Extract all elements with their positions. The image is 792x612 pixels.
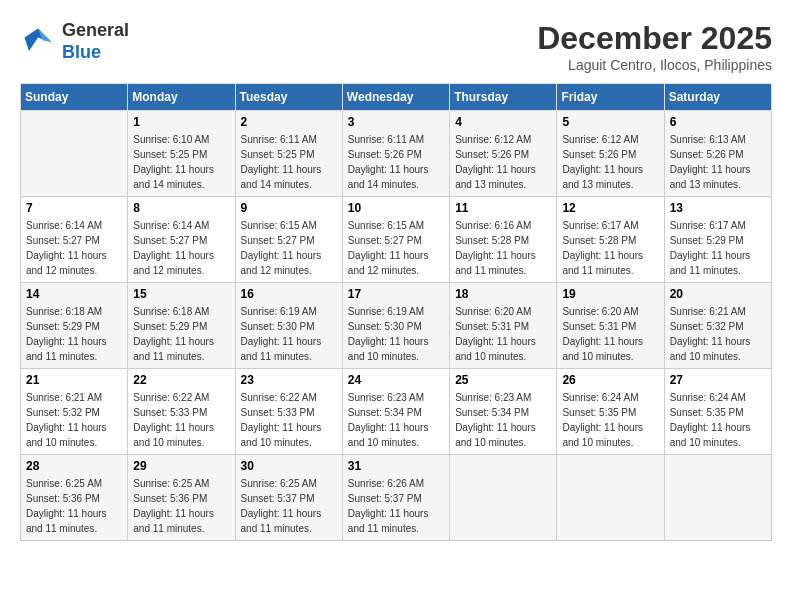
calendar-cell: 7Sunrise: 6:14 AM Sunset: 5:27 PM Daylig… — [21, 197, 128, 283]
calendar-cell: 1Sunrise: 6:10 AM Sunset: 5:25 PM Daylig… — [128, 111, 235, 197]
title-block: December 2025 Laguit Centro, Ilocos, Phi… — [537, 20, 772, 73]
calendar-cell: 21Sunrise: 6:21 AM Sunset: 5:32 PM Dayli… — [21, 369, 128, 455]
day-number: 11 — [455, 201, 551, 215]
day-of-week-header: Tuesday — [235, 84, 342, 111]
day-info: Sunrise: 6:23 AM Sunset: 5:34 PM Dayligh… — [455, 390, 551, 450]
calendar-cell — [557, 455, 664, 541]
day-info: Sunrise: 6:26 AM Sunset: 5:37 PM Dayligh… — [348, 476, 444, 536]
day-info: Sunrise: 6:19 AM Sunset: 5:30 PM Dayligh… — [348, 304, 444, 364]
day-number: 26 — [562, 373, 658, 387]
day-info: Sunrise: 6:19 AM Sunset: 5:30 PM Dayligh… — [241, 304, 337, 364]
day-info: Sunrise: 6:11 AM Sunset: 5:25 PM Dayligh… — [241, 132, 337, 192]
day-number: 24 — [348, 373, 444, 387]
calendar-cell: 4Sunrise: 6:12 AM Sunset: 5:26 PM Daylig… — [450, 111, 557, 197]
calendar-cell: 23Sunrise: 6:22 AM Sunset: 5:33 PM Dayli… — [235, 369, 342, 455]
day-info: Sunrise: 6:14 AM Sunset: 5:27 PM Dayligh… — [26, 218, 122, 278]
day-info: Sunrise: 6:25 AM Sunset: 5:36 PM Dayligh… — [133, 476, 229, 536]
day-number: 17 — [348, 287, 444, 301]
calendar-cell: 8Sunrise: 6:14 AM Sunset: 5:27 PM Daylig… — [128, 197, 235, 283]
calendar-cell: 5Sunrise: 6:12 AM Sunset: 5:26 PM Daylig… — [557, 111, 664, 197]
day-number: 8 — [133, 201, 229, 215]
page-header: General Blue December 2025 Laguit Centro… — [20, 20, 772, 73]
day-info: Sunrise: 6:21 AM Sunset: 5:32 PM Dayligh… — [26, 390, 122, 450]
calendar-cell: 10Sunrise: 6:15 AM Sunset: 5:27 PM Dayli… — [342, 197, 449, 283]
day-number: 31 — [348, 459, 444, 473]
calendar-cell: 3Sunrise: 6:11 AM Sunset: 5:26 PM Daylig… — [342, 111, 449, 197]
day-info: Sunrise: 6:11 AM Sunset: 5:26 PM Dayligh… — [348, 132, 444, 192]
day-number: 3 — [348, 115, 444, 129]
calendar-cell: 22Sunrise: 6:22 AM Sunset: 5:33 PM Dayli… — [128, 369, 235, 455]
month-year-title: December 2025 — [537, 20, 772, 57]
calendar-week-row: 28Sunrise: 6:25 AM Sunset: 5:36 PM Dayli… — [21, 455, 772, 541]
calendar-cell: 26Sunrise: 6:24 AM Sunset: 5:35 PM Dayli… — [557, 369, 664, 455]
day-of-week-header: Sunday — [21, 84, 128, 111]
calendar-cell: 17Sunrise: 6:19 AM Sunset: 5:30 PM Dayli… — [342, 283, 449, 369]
day-info: Sunrise: 6:16 AM Sunset: 5:28 PM Dayligh… — [455, 218, 551, 278]
day-info: Sunrise: 6:13 AM Sunset: 5:26 PM Dayligh… — [670, 132, 766, 192]
calendar-cell: 14Sunrise: 6:18 AM Sunset: 5:29 PM Dayli… — [21, 283, 128, 369]
calendar-cell: 2Sunrise: 6:11 AM Sunset: 5:25 PM Daylig… — [235, 111, 342, 197]
calendar-cell: 27Sunrise: 6:24 AM Sunset: 5:35 PM Dayli… — [664, 369, 771, 455]
calendar-cell: 6Sunrise: 6:13 AM Sunset: 5:26 PM Daylig… — [664, 111, 771, 197]
day-info: Sunrise: 6:10 AM Sunset: 5:25 PM Dayligh… — [133, 132, 229, 192]
calendar-week-row: 14Sunrise: 6:18 AM Sunset: 5:29 PM Dayli… — [21, 283, 772, 369]
calendar-cell: 29Sunrise: 6:25 AM Sunset: 5:36 PM Dayli… — [128, 455, 235, 541]
calendar-cell: 19Sunrise: 6:20 AM Sunset: 5:31 PM Dayli… — [557, 283, 664, 369]
logo-general-text: General — [62, 20, 129, 40]
calendar-week-row: 21Sunrise: 6:21 AM Sunset: 5:32 PM Dayli… — [21, 369, 772, 455]
day-of-week-header: Wednesday — [342, 84, 449, 111]
calendar-cell: 31Sunrise: 6:26 AM Sunset: 5:37 PM Dayli… — [342, 455, 449, 541]
day-number: 14 — [26, 287, 122, 301]
day-info: Sunrise: 6:15 AM Sunset: 5:27 PM Dayligh… — [241, 218, 337, 278]
day-info: Sunrise: 6:17 AM Sunset: 5:28 PM Dayligh… — [562, 218, 658, 278]
day-number: 19 — [562, 287, 658, 301]
day-number: 2 — [241, 115, 337, 129]
day-info: Sunrise: 6:21 AM Sunset: 5:32 PM Dayligh… — [670, 304, 766, 364]
calendar-cell: 9Sunrise: 6:15 AM Sunset: 5:27 PM Daylig… — [235, 197, 342, 283]
day-info: Sunrise: 6:12 AM Sunset: 5:26 PM Dayligh… — [562, 132, 658, 192]
calendar-cell: 28Sunrise: 6:25 AM Sunset: 5:36 PM Dayli… — [21, 455, 128, 541]
calendar-cell — [664, 455, 771, 541]
calendar-week-row: 1Sunrise: 6:10 AM Sunset: 5:25 PM Daylig… — [21, 111, 772, 197]
day-info: Sunrise: 6:18 AM Sunset: 5:29 PM Dayligh… — [26, 304, 122, 364]
day-info: Sunrise: 6:23 AM Sunset: 5:34 PM Dayligh… — [348, 390, 444, 450]
day-info: Sunrise: 6:20 AM Sunset: 5:31 PM Dayligh… — [455, 304, 551, 364]
day-info: Sunrise: 6:17 AM Sunset: 5:29 PM Dayligh… — [670, 218, 766, 278]
day-number: 18 — [455, 287, 551, 301]
calendar-cell — [450, 455, 557, 541]
calendar-cell: 12Sunrise: 6:17 AM Sunset: 5:28 PM Dayli… — [557, 197, 664, 283]
calendar-cell: 15Sunrise: 6:18 AM Sunset: 5:29 PM Dayli… — [128, 283, 235, 369]
day-number: 1 — [133, 115, 229, 129]
logo-blue-text: Blue — [62, 42, 101, 62]
day-number: 21 — [26, 373, 122, 387]
day-number: 28 — [26, 459, 122, 473]
calendar-cell: 25Sunrise: 6:23 AM Sunset: 5:34 PM Dayli… — [450, 369, 557, 455]
day-number: 13 — [670, 201, 766, 215]
calendar-cell — [21, 111, 128, 197]
day-number: 6 — [670, 115, 766, 129]
day-number: 5 — [562, 115, 658, 129]
day-of-week-header: Friday — [557, 84, 664, 111]
day-of-week-header: Thursday — [450, 84, 557, 111]
day-number: 10 — [348, 201, 444, 215]
day-number: 29 — [133, 459, 229, 473]
calendar-cell: 30Sunrise: 6:25 AM Sunset: 5:37 PM Dayli… — [235, 455, 342, 541]
day-info: Sunrise: 6:15 AM Sunset: 5:27 PM Dayligh… — [348, 218, 444, 278]
day-number: 16 — [241, 287, 337, 301]
day-of-week-header: Saturday — [664, 84, 771, 111]
calendar-week-row: 7Sunrise: 6:14 AM Sunset: 5:27 PM Daylig… — [21, 197, 772, 283]
calendar-header-row: SundayMondayTuesdayWednesdayThursdayFrid… — [21, 84, 772, 111]
calendar-table: SundayMondayTuesdayWednesdayThursdayFrid… — [20, 83, 772, 541]
day-number: 20 — [670, 287, 766, 301]
day-number: 7 — [26, 201, 122, 215]
day-info: Sunrise: 6:24 AM Sunset: 5:35 PM Dayligh… — [562, 390, 658, 450]
day-info: Sunrise: 6:24 AM Sunset: 5:35 PM Dayligh… — [670, 390, 766, 450]
calendar-cell: 18Sunrise: 6:20 AM Sunset: 5:31 PM Dayli… — [450, 283, 557, 369]
calendar-cell: 11Sunrise: 6:16 AM Sunset: 5:28 PM Dayli… — [450, 197, 557, 283]
day-info: Sunrise: 6:25 AM Sunset: 5:36 PM Dayligh… — [26, 476, 122, 536]
day-info: Sunrise: 6:25 AM Sunset: 5:37 PM Dayligh… — [241, 476, 337, 536]
day-number: 30 — [241, 459, 337, 473]
day-number: 4 — [455, 115, 551, 129]
day-number: 15 — [133, 287, 229, 301]
calendar-cell: 20Sunrise: 6:21 AM Sunset: 5:32 PM Dayli… — [664, 283, 771, 369]
